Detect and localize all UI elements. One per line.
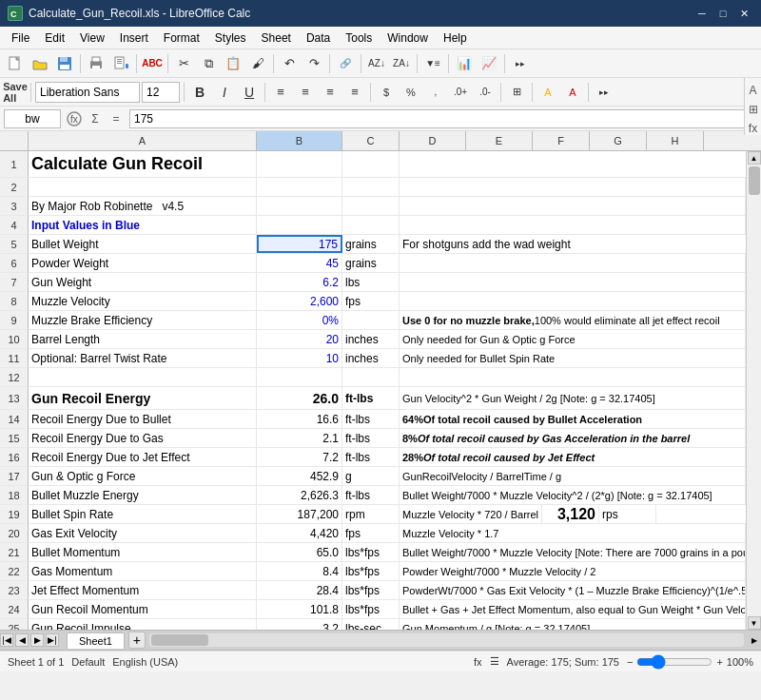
col-header-h[interactable]: H — [647, 131, 704, 150]
cell-a15[interactable]: Recoil Energy Due to Gas — [29, 429, 257, 447]
menu-edit[interactable]: Edit — [37, 29, 72, 47]
menu-view[interactable]: View — [72, 29, 112, 47]
align-right-button[interactable]: ≡ — [319, 81, 341, 104]
cell-b20[interactable]: 4,420 — [257, 524, 342, 542]
cell-reference-input[interactable] — [4, 109, 61, 128]
cut-button[interactable]: ✂ — [172, 52, 195, 75]
cell-d5[interactable]: For shotguns add the wad weight — [400, 235, 746, 253]
cell-d23[interactable]: PowderWt/7000 * Gas Exit Velocity * (1 –… — [400, 581, 746, 599]
sum-button[interactable]: Σ — [86, 109, 105, 128]
filter-button[interactable]: ▼≡ — [421, 52, 444, 75]
chart2-button[interactable]: 📈 — [478, 52, 500, 75]
cell-b23[interactable]: 28.4 — [257, 581, 342, 599]
maximize-button[interactable]: □ — [713, 5, 732, 22]
row-num-19[interactable]: 19 — [0, 505, 29, 524]
row-num-21[interactable]: 21 — [0, 543, 29, 562]
preview-button[interactable] — [109, 52, 132, 75]
horizontal-scrollbar[interactable] — [149, 633, 744, 647]
cell-a13[interactable]: Gun Recoil Energy — [29, 387, 257, 409]
cell-b2[interactable] — [257, 178, 342, 196]
menu-sheet[interactable]: Sheet — [254, 29, 299, 47]
cell-a8[interactable]: Muzzle Velocity — [29, 292, 257, 310]
scroll-thumb-horizontal[interactable] — [151, 634, 208, 646]
function-wizard-button[interactable]: fx — [65, 109, 84, 128]
cell-d13[interactable]: Gun Velocity^2 * Gun Weight / 2g [Note: … — [400, 387, 746, 409]
cell-c5[interactable]: grains — [342, 235, 400, 253]
cell-c8[interactable]: fps — [342, 292, 400, 310]
row-num-18[interactable]: 18 — [0, 486, 29, 505]
cell-d1[interactable] — [400, 151, 746, 177]
cell-a18[interactable]: Bullet Muzzle Energy — [29, 486, 257, 504]
cell-a4[interactable]: Input Values in Blue — [29, 216, 257, 234]
cell-c1[interactable] — [342, 151, 400, 177]
row-num-2[interactable]: 2 — [0, 178, 29, 197]
scroll-thumb-vertical[interactable] — [749, 166, 760, 195]
menu-format[interactable]: Format — [156, 29, 207, 47]
percent-button[interactable]: % — [400, 81, 422, 104]
print-button[interactable] — [85, 52, 107, 75]
cell-d21[interactable]: Bullet Weight/7000 * Muzzle Velocity [No… — [400, 543, 746, 561]
tab-next-button[interactable]: ▶ — [30, 633, 44, 647]
cell-d8[interactable] — [400, 292, 746, 310]
cell-c17[interactable]: g — [342, 467, 400, 485]
sidebar-gallery-icon[interactable]: ⊞ — [749, 103, 758, 116]
save-all-button[interactable]: Save All — [4, 81, 27, 104]
cell-c2[interactable] — [342, 178, 400, 196]
sidebar-functions-icon[interactable]: fx — [749, 122, 757, 135]
cell-d10[interactable]: Only needed for Gun & Optic g Force — [400, 330, 746, 348]
cell-a21[interactable]: Bullet Momentum — [29, 543, 257, 561]
dec-increase-button[interactable]: .0+ — [449, 81, 472, 104]
cell-c6[interactable]: grains — [342, 254, 400, 272]
currency-button[interactable]: $ — [375, 81, 398, 104]
cell-a14[interactable]: Recoil Energy Due to Bullet — [29, 410, 257, 428]
cell-a1[interactable]: Calculate Gun Recoil — [29, 151, 257, 177]
cell-b4[interactable] — [257, 216, 342, 234]
italic-button[interactable]: I — [213, 81, 236, 104]
cell-c19[interactable]: rpm — [342, 505, 400, 523]
row-num-14[interactable]: 14 — [0, 410, 29, 429]
cell-a9[interactable]: Muzzle Brake Efficiency — [29, 311, 257, 329]
row-num-25[interactable]: 25 — [0, 619, 29, 630]
menu-data[interactable]: Data — [299, 29, 338, 47]
cell-d20[interactable]: Muzzle Velocity * 1.7 — [400, 524, 746, 542]
underline-button[interactable]: U — [238, 81, 261, 104]
cell-a3[interactable]: By Major Rob Robinette v4.5 — [29, 197, 257, 215]
cell-a16[interactable]: Recoil Energy Due to Jet Effect — [29, 448, 257, 466]
minimize-button[interactable]: ─ — [693, 5, 712, 22]
cell-b21[interactable]: 65.0 — [257, 543, 342, 561]
col-header-e[interactable]: E — [466, 131, 533, 150]
sheet-tab-sheet1[interactable]: Sheet1 — [67, 632, 125, 649]
cell-d22[interactable]: Powder Weight/7000 * Muzzle Velocity / 2 — [400, 562, 746, 580]
dec-decrease-button[interactable]: .0- — [474, 81, 497, 104]
cell-c16[interactable]: ft-lbs — [342, 448, 400, 466]
thousand-sep-button[interactable]: , — [424, 81, 447, 104]
cell-c25[interactable]: lbs-sec — [342, 619, 400, 630]
cell-d24[interactable]: Bullet + Gas + Jet Effect Momentum, also… — [400, 600, 746, 618]
cell-c10[interactable]: inches — [342, 330, 400, 348]
col-header-b[interactable]: B — [257, 131, 342, 150]
row-num-20[interactable]: 20 — [0, 524, 29, 543]
cell-b8[interactable]: 2,600 — [257, 292, 342, 310]
cell-c24[interactable]: lbs*fps — [342, 600, 400, 618]
cell-b3[interactable] — [257, 197, 342, 215]
cell-b17[interactable]: 452.9 — [257, 467, 342, 485]
cell-d7[interactable] — [400, 273, 746, 291]
zoom-out-button[interactable]: − — [627, 656, 633, 668]
cell-a25[interactable]: Gun Recoil Impulse — [29, 619, 257, 630]
row-num-13[interactable]: 13 — [0, 387, 29, 410]
cell-b1[interactable] — [257, 151, 342, 177]
cell-b14[interactable]: 16.6 — [257, 410, 342, 428]
bg-color-button[interactable]: A — [537, 81, 559, 104]
row-num-11[interactable]: 11 — [0, 349, 29, 368]
cell-a11[interactable]: Optional: Barrel Twist Rate — [29, 349, 257, 367]
cell-c12[interactable] — [342, 368, 400, 386]
paste-button[interactable]: 📋 — [222, 52, 244, 75]
cell-a22[interactable]: Gas Momentum — [29, 562, 257, 580]
cell-a12[interactable] — [29, 368, 257, 386]
cell-b13[interactable]: 26.0 — [257, 387, 342, 409]
cell-c15[interactable]: ft-lbs — [342, 429, 400, 447]
cell-a5[interactable]: Bullet Weight — [29, 235, 257, 253]
cell-d25[interactable]: Gun Momentum / g [Note: g = 32.17405] — [400, 619, 746, 630]
cell-b5[interactable]: 175 — [257, 235, 342, 253]
cell-b9[interactable]: 0% — [257, 311, 342, 329]
